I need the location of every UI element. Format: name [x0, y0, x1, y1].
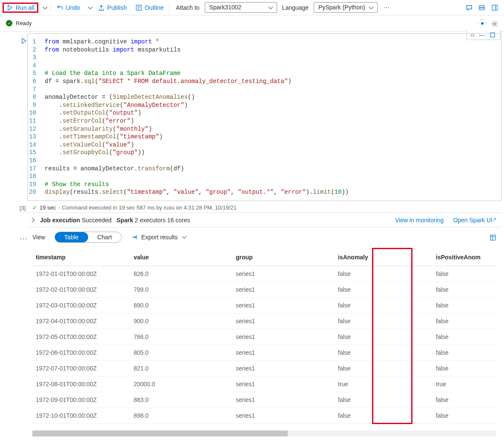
toolbar-divider	[50, 3, 51, 12]
table-cell: 1972-10-01T00:00:00Z	[32, 408, 130, 424]
table-row[interactable]: 1972-09-01T00:00:00Z883.0series1falsefal…	[32, 392, 496, 408]
table-cell: 20000.0	[130, 376, 232, 392]
undo-menu-chevron[interactable]	[85, 4, 93, 11]
comment-icon	[466, 4, 472, 11]
column-header[interactable]: group	[232, 249, 335, 266]
variables-icon	[478, 4, 485, 11]
job-status: Succeeded	[82, 217, 112, 224]
line-number: 2	[28, 46, 45, 54]
code-line[interactable]: 19# Show the results	[28, 181, 501, 189]
table-row[interactable]: 1972-02-01T00:00:00Z799.0series1falsefal…	[32, 282, 496, 298]
chevron-down-icon	[181, 234, 188, 241]
code-text: # Load the data into a Spark DataFrame	[45, 69, 180, 77]
run-cell-button[interactable]	[20, 37, 27, 44]
language-dropdown[interactable]: PySpark (Python)	[314, 2, 378, 13]
open-spark-ui-link[interactable]: Open Spark UI↗	[453, 217, 496, 224]
code-line[interactable]: 10 .setOutputCol("output")	[28, 109, 501, 117]
export-results-button[interactable]: Export results	[131, 234, 188, 241]
column-header[interactable]: isPositiveAnom	[432, 249, 496, 266]
table-cell: series1	[232, 408, 335, 424]
attach-to-dropdown[interactable]: Spark31002	[205, 2, 277, 13]
view-in-monitoring-link[interactable]: View in monitoring	[395, 217, 444, 224]
code-text: results = anomalyDetector.transform(df)	[45, 165, 184, 173]
table-settings-icon	[490, 234, 496, 241]
svg-rect-2	[479, 8, 484, 10]
code-line[interactable]: 17results = anomalyDetector.transform(df…	[28, 165, 501, 173]
table-cell: false	[432, 408, 496, 424]
code-line[interactable]: 6df = spark.sql("SELECT * FROM default.a…	[28, 77, 501, 86]
code-line[interactable]: 20display(results.select("timestamp", "v…	[28, 188, 501, 196]
code-line[interactable]: 14 .setValueCol("value")	[28, 141, 501, 149]
session-state-icon[interactable]	[478, 20, 486, 27]
code-line[interactable]: 8anomalyDetector = (SimpleDetectAnomalie…	[28, 93, 501, 101]
undo-button[interactable]: Undo	[53, 3, 83, 13]
code-line[interactable]: 4	[28, 62, 501, 70]
svg-rect-3	[492, 5, 497, 10]
external-link-icon: ↗	[493, 217, 496, 222]
svg-point-4	[494, 23, 495, 24]
code-text: anomalyDetector = (SimpleDetectAnomalies…	[45, 93, 195, 101]
code-line[interactable]: 16	[28, 157, 501, 165]
column-header[interactable]: value	[130, 249, 232, 266]
attach-to-value: Spark31002	[209, 4, 242, 11]
run-all-button[interactable]: Run all	[3, 3, 38, 13]
comments-button[interactable]	[466, 4, 472, 11]
code-text: .setValueCol("value")	[45, 141, 134, 149]
table-cell: 1972-04-01T00:00:00Z	[32, 313, 130, 329]
publish-button[interactable]: Publish	[94, 3, 130, 13]
run-all-menu-chevron[interactable]	[40, 4, 48, 11]
table-cell: series1	[232, 376, 335, 392]
column-header[interactable]: timestamp	[32, 249, 130, 266]
panel-button[interactable]	[491, 4, 498, 11]
gutter: [3] ⋯	[0, 32, 27, 442]
chevron-down-icon	[42, 4, 49, 11]
table-row[interactable]: 1972-06-01T00:00:00Z805.0series1falsefal…	[32, 345, 496, 361]
chevron-down-icon	[368, 4, 375, 11]
code-line[interactable]: 18	[28, 172, 501, 181]
table-cell: series1	[232, 313, 335, 329]
code-line[interactable]: 3	[28, 54, 501, 62]
results-table: timestampvaluegroupisAnomalyisPositiveAn…	[32, 249, 496, 424]
code-line[interactable]: 2from notebookutils import mssparkutils	[28, 46, 501, 54]
settings-button[interactable]	[491, 19, 498, 27]
table-row[interactable]: 1972-01-01T00:00:00Z826.0series1falsefal…	[32, 266, 496, 282]
line-number: 8	[28, 93, 45, 101]
code-text: .setOutputCol("output")	[45, 109, 141, 117]
chevron-right-icon	[30, 216, 37, 224]
view-chart-button[interactable]: Chart	[88, 232, 121, 242]
code-line[interactable]: 9 .setLinkedService("AnomalyDetector")	[28, 101, 501, 109]
table-row[interactable]: 1972-10-01T00:00:00Z898.0series1falsefal…	[32, 408, 496, 424]
code-line[interactable]: 11 .setErrorCol("error")	[28, 117, 501, 125]
code-editor[interactable]: 1from mmlspark.cognitive import *2from n…	[27, 33, 501, 201]
table-row[interactable]: 1972-05-01T00:00:00Z766.0series1falsefal…	[32, 329, 496, 345]
table-cell: 898.0	[130, 408, 232, 424]
outline-button[interactable]: Outline	[132, 3, 167, 13]
table-cell: 1972-06-01T00:00:00Z	[32, 345, 130, 361]
code-line[interactable]: 15 .setGroupbyCol("group"))	[28, 149, 501, 157]
line-number: 14	[28, 141, 45, 149]
table-cell: series1	[232, 361, 335, 376]
horizontal-scrollbar[interactable]	[32, 431, 496, 436]
output-settings-button[interactable]	[490, 234, 496, 241]
table-cell: 826.0	[130, 266, 232, 282]
table-cell: series1	[232, 298, 335, 313]
code-line[interactable]: 12 .setGranularity("monthly")	[28, 125, 501, 133]
results-table-wrap: timestampvaluegroupisAnomalyisPositiveAn…	[27, 249, 501, 429]
svg-rect-1	[479, 6, 484, 7]
status-text: Ready	[16, 20, 32, 26]
table-row[interactable]: 1972-07-01T00:00:00Z821.0series1falsefal…	[32, 361, 496, 376]
code-line[interactable]: 13 .setTimestampCol("timestamp")	[28, 133, 501, 141]
chevron-down-icon	[267, 4, 274, 11]
variables-button[interactable]	[478, 4, 485, 11]
table-row[interactable]: 1972-03-01T00:00:00Z890.0series1falsefal…	[32, 298, 496, 313]
code-line[interactable]: 7	[28, 86, 501, 94]
table-row[interactable]: 1972-08-01T00:00:00Z20000.0series1truetr…	[32, 376, 496, 392]
code-line[interactable]: 1from mmlspark.cognitive import *	[28, 38, 501, 46]
table-row[interactable]: 1972-04-01T00:00:00Z900.0series1falsefal…	[32, 313, 496, 329]
more-menu-button[interactable]: ⋯	[379, 3, 394, 13]
view-table-button[interactable]: Table	[55, 232, 88, 242]
table-cell: series1	[232, 345, 335, 361]
code-line[interactable]: 5# Load the data into a Spark DataFrame	[28, 69, 501, 77]
job-execution-row[interactable]: Job execution Succeeded Spark 2 executor…	[27, 212, 501, 227]
export-icon	[131, 234, 138, 241]
